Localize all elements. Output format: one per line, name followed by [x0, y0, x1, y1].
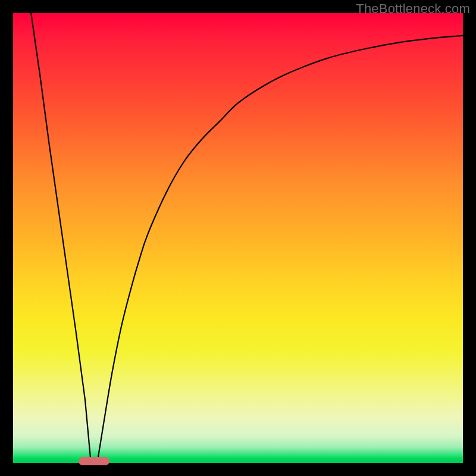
- bottleneck-marker: [79, 457, 109, 465]
- watermark-text: TheBottleneck.com: [356, 1, 470, 17]
- bottleneck-curve: [13, 13, 463, 463]
- chart-frame: TheBottleneck.com: [0, 0, 476, 476]
- plot-area: [13, 13, 463, 463]
